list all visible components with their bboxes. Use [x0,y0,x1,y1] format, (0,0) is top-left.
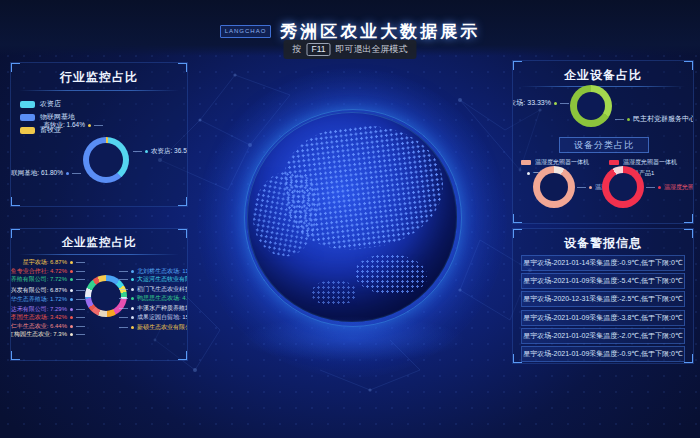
divider [19,254,179,255]
alarm-row: 星宇农场-2020-12-31采集温度:-2.5℃,低于下限:0℃ [521,291,685,307]
industry-label-xumuye: 畜牧业: 1.64% [21,121,103,130]
alarm-row: 星宇农场-2021-01-02采集温度:-2.0℃,低于下限:0℃ [521,328,685,344]
legend-swatch [521,160,531,165]
toast-prefix: 按 [292,43,301,56]
logo-badge: LANGCHAO [220,25,272,38]
enterprise-label-right-4: 丰溪水产种质养殖场: 1. [119,304,188,313]
enterprise-label-left-6: 李国生态农场: 3.42% [11,313,85,322]
enterprise-monitor-panel: 企业监控占比 星宇农场: 6.87% 秀洲青鱼专业合作社: 4.72% 家腾养殖… [10,228,188,361]
industry-panel-title: 行业监控占比 [11,69,187,86]
enterprise-label-left-8: 红梅园生态农业: 7.3% [11,330,85,339]
legend-label: 温湿度光照器一体机 [623,158,677,167]
enterprise-label-left-2: 家腾养殖有限公司: 7.72% [11,275,85,284]
enterprise-label-right-3: 鸭思思生态农场: 4.29 [119,294,188,303]
legend-label: 温湿度光照器一体机 [535,158,589,167]
fullscreen-toast: 按 F11 即可退出全屏模式 [283,40,416,59]
alarm-row: 星宇农场-2021-01-09采集温度:-0.9℃,低于下限:0℃ [521,346,685,362]
dashboard: LANGCHAO 秀洲区农业大数据展示 按 F11 即可退出全屏模式 行业监控占… [0,0,700,438]
divider [19,90,179,91]
alarm-row: 星宇农场-2021-01-09采集温度:-5.4℃,低于下限:0℃ [521,273,685,289]
legend-swatch [20,114,35,121]
divider [521,86,685,87]
device-label-right: 民主村党群服务中心: [615,114,694,124]
industry-label-nongzidian: 农资店: 36.57% [133,147,188,156]
enterprise-label-left-3: 国兴发有限公司: 6.87% [11,286,85,295]
enterprise-label-right-5: 成果淀园自留地: 15.02% [119,313,188,322]
category-section-title: 设备分类占比 [559,137,649,153]
device-donut-chart [570,85,612,127]
legend-item-nongzidian[interactable]: 农资店 [20,99,75,109]
globe-rim [244,109,462,327]
device-alarm-panel: 设备警报信息 星宇农场-2021-01-14采集温度:-0.9℃,低于下限:0℃… [512,228,694,364]
legend-swatch [20,101,35,108]
floor-glow [238,316,466,362]
enterprise-label-left-4: 圣华生态养殖场: 1.72% [11,295,85,304]
industry-monitor-panel: 行业监控占比 农资店 物联网基地 畜牧业 畜牧业: 1.64% 农资 [10,62,188,207]
device-ratio-panel: 企业设备占比 星宇农场: 33.33% 民主村党群服务中心: 设备分类占比 温湿… [512,60,694,224]
industry-donut-chart [83,137,129,183]
device-panel-title: 企业设备占比 [513,67,693,84]
enterprise-label-right-2: 稻门飞生态农业科技有限公 [119,285,188,294]
enterprise-label-right-6: 新硕生态农业有限公司: 6.87% [119,323,188,332]
toast-suffix: 即可退出全屏模式 [336,43,408,56]
legend-label: 农资店 [40,99,61,109]
alarm-panel-title: 设备警报信息 [513,235,693,252]
enterprise-panel-title: 企业监控占比 [11,235,187,250]
category-left-donut [533,166,575,208]
alarm-row: 星宇农场-2021-01-09采集温度:-3.8℃,低于下限:0℃ [521,310,685,326]
device-label-left: 星宇农场: 33.33% [515,98,569,108]
alarm-row: 星宇农场-2021-01-14采集温度:-0.9℃,低于下限:0℃ [521,255,685,271]
category-right-donut [602,166,644,208]
industry-label-wulianwang: 物联网基地: 61.80% [15,169,81,178]
legend-swatch [609,160,619,165]
enterprise-label-right-1: 大运河生态牧业有限责任公 [119,275,188,284]
category-right-main-label: 温湿度光照器一 [646,183,694,192]
f11-key-badge: F11 [306,43,330,56]
enterprise-label-left-0: 星宇农场: 6.87% [11,258,85,267]
